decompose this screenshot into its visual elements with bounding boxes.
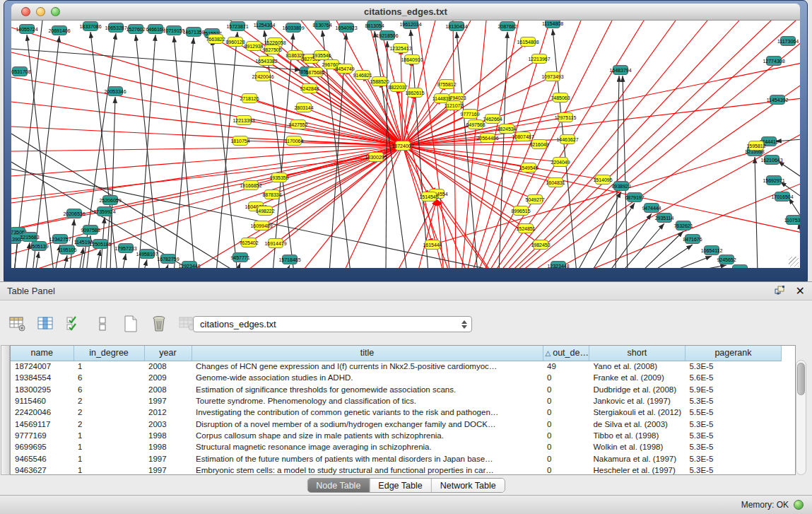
graph-node[interactable]: 9242848 [302, 83, 317, 93]
graph-node[interactable]: 1215683 [22, 232, 37, 242]
graph-node[interactable]: 10653287 [108, 23, 124, 33]
graph-node[interactable]: 18130434 [449, 21, 464, 31]
tab-node-table[interactable]: Node Table [307, 479, 369, 492]
memory-ok-indicator-icon[interactable] [794, 500, 804, 510]
table-settings-icon[interactable] [8, 315, 27, 333]
scrollbar-thumb[interactable] [797, 363, 805, 395]
graph-node[interactable]: 12325413 [393, 43, 408, 53]
graph-node[interactable]: 1595812 [748, 141, 764, 151]
table-row[interactable]: 946362711997Embryonic stem cells: a mode… [11, 465, 781, 475]
graph-node[interactable]: 9198723 [732, 264, 748, 268]
graph-node[interactable]: 14463627 [560, 134, 575, 144]
tab-edge-table[interactable]: Edge Table [369, 479, 430, 492]
graph-node[interactable]: 14055724 [19, 24, 35, 34]
graph-node[interactable]: 8471676 [685, 234, 700, 244]
graph-node[interactable]: 18337086 [83, 21, 98, 31]
table-row[interactable]: 1872400712008Changes of HCN gene express… [11, 361, 781, 372]
graph-node[interactable]: 19166852 [243, 180, 259, 190]
graph-node[interactable]: 18300295 [368, 152, 384, 162]
graph-node[interactable]: 7485063 [553, 93, 568, 103]
minimize-window-button[interactable] [36, 7, 45, 16]
graph-node[interactable]: 1810754 [233, 136, 248, 146]
graph-node[interactable]: 18724007 [395, 141, 411, 151]
graph-node[interactable]: 11454392 [770, 95, 785, 105]
graph-node[interactable]: 20206536 [66, 209, 82, 218]
graph-node[interactable]: 2935114 [657, 213, 672, 223]
graph-node[interactable]: 1195105 [59, 245, 75, 255]
graph-node[interactable]: 17359924 [97, 206, 112, 216]
graph-node[interactable]: 20691406 [52, 25, 67, 35]
graph-node[interactable]: 20053346 [107, 86, 123, 96]
graph-node[interactable]: 1588520 [372, 76, 387, 86]
graph-node[interactable]: 6497568 [468, 119, 483, 129]
graph-node[interactable]: 2803144 [296, 103, 312, 112]
graph-node[interactable]: 1935546 [314, 50, 329, 60]
graph-node[interactable]: 15718485 [282, 255, 298, 264]
graph-node[interactable]: 7663822 [208, 34, 223, 44]
graph-node[interactable]: 16154808 [520, 37, 536, 47]
graph-node[interactable]: 1862615 [407, 88, 423, 98]
graph-node[interactable]: 15723871 [230, 21, 245, 31]
graph-node[interactable]: 1549549 [521, 163, 536, 173]
graph-node[interactable]: 16210643 [764, 155, 779, 165]
graph-node[interactable]: 19612034 [403, 21, 418, 29]
column-header-short[interactable]: short [589, 346, 685, 361]
graph-node[interactable]: 3824534 [499, 124, 514, 134]
graph-node[interactable]: 5049277 [527, 194, 543, 204]
graph-node[interactable]: 16543382 [259, 56, 274, 66]
graph-node[interactable]: 8454749 [337, 64, 353, 74]
graph-node[interactable]: 15692971 [766, 175, 782, 185]
close-window-button[interactable] [21, 7, 30, 16]
graph-node[interactable]: 12213393 [236, 115, 252, 125]
close-panel-icon[interactable]: ✕ [796, 286, 805, 297]
graph-node[interactable]: 9777169 [462, 109, 478, 119]
graph-node[interactable]: 11154808 [545, 21, 560, 28]
graph-node[interactable]: 8912934 [246, 41, 261, 51]
graph-node[interactable]: 10654112 [704, 245, 719, 255]
graph-node[interactable]: 6879197 [627, 192, 642, 202]
graph-node[interactable]: 20564486 [480, 133, 495, 143]
graph-node[interactable]: 16483794 [613, 65, 628, 75]
graph-node[interactable]: 8996515 [513, 206, 529, 216]
graph-node[interactable]: 1121072 [446, 100, 461, 110]
table-row[interactable]: 969969511998Structural magnetic resonanc… [11, 441, 781, 452]
table-row[interactable]: 946554611997Estimation of the future num… [11, 452, 781, 464]
graph-node[interactable]: 9505139 [31, 241, 47, 251]
graph-node[interactable]: 2718126 [242, 93, 257, 103]
graph-node[interactable]: 6466160 [148, 24, 163, 34]
float-panel-icon[interactable] [775, 285, 785, 298]
graph-node[interactable]: 8938923 [613, 181, 629, 191]
graph-node[interactable]: 17016504 [775, 192, 790, 201]
graph-node[interactable]: 1604831 [548, 177, 563, 187]
column-header-year[interactable]: year [144, 346, 192, 361]
graph-node[interactable]: 1527602 [128, 24, 143, 34]
graph-node[interactable]: 19218506 [379, 30, 395, 40]
create-table-icon[interactable] [122, 315, 140, 333]
graph-node[interactable]: 1935359 [271, 173, 287, 182]
graph-node[interactable]: 8427552 [290, 119, 306, 129]
graph-node[interactable]: 14671358 [186, 27, 201, 37]
graph-node[interactable]: 9474444 [644, 203, 659, 213]
graph-node[interactable]: 9827505 [264, 45, 280, 54]
column-header-pagerank[interactable]: pagerank [685, 346, 781, 361]
graph-node[interactable]: 18640910 [404, 54, 420, 64]
graph-node[interactable]: 7462664 [485, 114, 500, 124]
graph-node[interactable]: 12323448 [551, 261, 566, 268]
tab-network-table[interactable]: Network Table [431, 479, 505, 492]
graph-node[interactable]: 6216049 [531, 139, 547, 149]
graph-node[interactable]: 10973493 [545, 71, 560, 81]
graph-node[interactable]: 12923448 [182, 261, 197, 268]
show-columns-icon[interactable] [37, 315, 55, 333]
graph-node[interactable]: 10807487 [515, 132, 531, 141]
graph-node[interactable]: 2204049 [553, 157, 568, 167]
select-columns-icon[interactable] [65, 315, 83, 333]
column-header-out_degree[interactable]: △out_de… [543, 346, 589, 361]
table-row[interactable]: 2242004622012Investigating the contribut… [11, 407, 781, 418]
graph-node[interactable]: 12505185 [93, 239, 108, 249]
graph-node[interactable]: 22420046 [255, 71, 271, 81]
graph-node[interactable]: 8960128 [228, 37, 243, 47]
graph-node[interactable]: 7632621 [676, 221, 691, 230]
graph-node[interactable]: 9245652 [719, 255, 734, 264]
delete-table-icon[interactable] [150, 315, 168, 333]
table-row[interactable]: 1830029562008Estimation of significance … [11, 384, 781, 395]
